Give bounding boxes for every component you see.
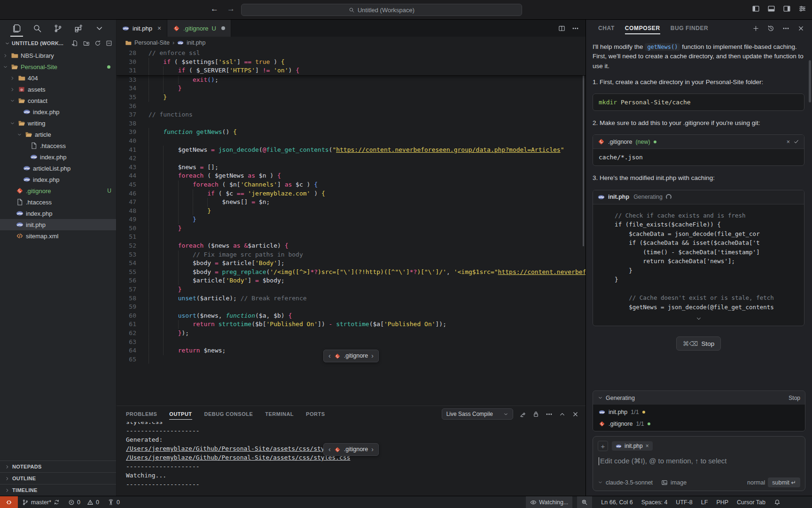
zoom-status[interactable] — [577, 496, 592, 508]
cursor-position[interactable]: Ln 66, Col 6 — [597, 496, 637, 508]
indentation[interactable]: Spaces: 4 — [637, 496, 672, 508]
branch-indicator[interactable]: master* — [18, 496, 64, 508]
ports-indicator[interactable]: 0 — [103, 496, 124, 508]
layout-customize-icon[interactable] — [798, 5, 806, 13]
composer-tab-bug-finder[interactable]: BUG FINDER — [671, 22, 709, 34]
output-channel-select[interactable]: Live Sass Compile — [442, 408, 513, 420]
diff-nav-pill[interactable]: ‹ .gitignore › — [323, 350, 379, 362]
layout-secondary-sidebar-icon[interactable] — [783, 5, 791, 13]
breadcrumb[interactable]: Personal-Site › php init.php — [117, 37, 586, 49]
panel-tab-terminal[interactable]: TERMINAL — [265, 409, 294, 419]
notifications-bell-icon[interactable] — [770, 496, 785, 508]
plus-icon[interactable] — [752, 25, 759, 32]
tree-item-init.php[interactable]: phpinit.php — [0, 219, 116, 230]
tree-item-label: writing — [28, 120, 46, 127]
chat-scrollbar[interactable] — [809, 60, 811, 102]
close-icon[interactable] — [797, 25, 804, 32]
generating-stop-button[interactable]: Stop — [789, 395, 800, 401]
more-icon[interactable] — [546, 411, 553, 418]
context-chip[interactable]: php init.php × — [612, 441, 653, 451]
tree-item-index.php[interactable]: phpindex.php — [0, 151, 116, 163]
tree-item-index.php[interactable]: phpindex.php — [0, 208, 116, 219]
submit-button[interactable]: submit ↵ — [768, 477, 800, 487]
cursor-tab-toggle[interactable]: Cursor Tab — [733, 496, 770, 508]
editor-scrollbar[interactable] — [583, 49, 584, 246]
new-file-icon[interactable] — [72, 40, 78, 47]
expand-chevron-icon[interactable] — [593, 313, 804, 326]
composer-tab-chat[interactable]: CHAT — [598, 22, 615, 34]
composer-textarea[interactable]: Edit code (⌘I), @ to mention, ↑ to selec… — [599, 457, 800, 465]
tree-item-Personal-Site[interactable]: Personal-Site — [0, 61, 116, 72]
remote-indicator[interactable] — [0, 496, 18, 508]
search-icon[interactable] — [32, 22, 43, 35]
panel-tab-output[interactable]: OUTPUT — [169, 409, 192, 419]
accept-check-icon[interactable] — [793, 139, 799, 145]
explorer-icon[interactable] — [11, 22, 22, 35]
new-folder-icon[interactable] — [83, 40, 90, 47]
tree-item-article[interactable]: article — [0, 129, 116, 140]
command-center-search[interactable]: Untitled (Workspace) — [241, 4, 522, 16]
tab-.gitignore[interactable]: .gitignoreU — [167, 20, 231, 37]
collapse-all-icon[interactable] — [106, 40, 112, 47]
refresh-icon[interactable] — [94, 40, 101, 47]
tab-init.php[interactable]: phpinit.php× — [117, 20, 167, 37]
nav-forward-icon[interactable]: → — [227, 4, 235, 14]
language-mode[interactable]: PHP — [712, 496, 733, 508]
extensions-icon[interactable] — [73, 22, 84, 35]
panel-tab-problems[interactable]: PROBLEMS — [126, 409, 157, 419]
close-tab-icon[interactable]: × — [157, 24, 161, 32]
layout-panel-icon[interactable] — [767, 5, 775, 13]
problems-indicator[interactable]: 0 0 — [64, 496, 103, 508]
split-editor-icon[interactable] — [558, 25, 565, 32]
more-views-icon[interactable] — [94, 22, 105, 35]
generating-file-init.php[interactable]: phpinit.php1/1 — [593, 406, 805, 418]
section-notepads[interactable]: NOTEPADS — [0, 461, 116, 472]
image-label[interactable]: image — [671, 479, 687, 486]
tree-item-404[interactable]: 404 — [0, 72, 116, 84]
chevron-down-icon — [3, 64, 8, 70]
reject-icon[interactable]: × — [787, 139, 790, 145]
tree-item-contact[interactable]: contact — [0, 95, 116, 106]
tree-item-index.php[interactable]: phpindex.php — [0, 174, 116, 185]
more-icon[interactable] — [782, 25, 789, 32]
composer-tab-composer[interactable]: COMPOSER — [625, 22, 660, 34]
model-selector[interactable]: claude-3.5-sonnet — [606, 479, 653, 486]
panel-tab-debug-console[interactable]: DEBUG CONSOLE — [204, 409, 253, 419]
chevron-left-icon[interactable]: ‹ — [328, 352, 331, 360]
tree-item-.gitignore[interactable]: .gitignoreU — [0, 185, 116, 196]
tree-item-NBS-Library[interactable]: NBS-Library — [0, 50, 116, 61]
clear-output-icon[interactable] — [519, 411, 526, 418]
history-icon[interactable] — [767, 25, 774, 32]
remove-chip-icon[interactable]: × — [646, 443, 649, 449]
stop-button[interactable]: ⌘⌫ Stop — [676, 336, 721, 351]
chevron-right-icon[interactable]: › — [371, 445, 374, 454]
composer-input[interactable]: + php init.php × Edit code (⌘I), @ to me… — [593, 436, 805, 491]
diff-nav-pill[interactable]: ‹ .gitignore › — [323, 443, 379, 456]
tree-item-assets[interactable]: assets — [0, 84, 116, 95]
close-icon[interactable] — [572, 411, 579, 418]
source-control-icon[interactable] — [53, 22, 63, 35]
tree-item-.htaccess[interactable]: .htaccess — [0, 140, 116, 151]
chevron-up-icon[interactable] — [559, 411, 566, 418]
tree-item-sitemap.xml[interactable]: sitemap.xml — [0, 230, 116, 242]
encoding[interactable]: UTF-8 — [671, 496, 696, 508]
chevron-right-icon[interactable]: › — [371, 352, 374, 360]
more-actions-icon[interactable] — [572, 25, 579, 32]
generating-file-.gitignore[interactable]: .gitignore1/1 — [593, 418, 805, 430]
add-context-button[interactable]: + — [598, 441, 608, 451]
mode-label[interactable]: normal — [747, 479, 765, 486]
panel-tab-ports[interactable]: PORTS — [306, 409, 325, 419]
tree-item-articleList.php[interactable]: phparticleList.php — [0, 163, 116, 174]
code-editor[interactable]: 28// enforce ssl30 if ( $settings['ssl']… — [117, 49, 586, 406]
tree-item-.htaccess[interactable]: .htaccess — [0, 196, 116, 208]
sass-watching-status[interactable]: Watching... — [526, 496, 572, 508]
chevron-left-icon[interactable]: ‹ — [328, 445, 331, 454]
tree-item-index.php[interactable]: phpindex.php — [0, 106, 116, 117]
section-timeline[interactable]: TIMELINE — [0, 484, 116, 496]
lock-icon[interactable] — [532, 411, 539, 418]
nav-back-icon[interactable]: ← — [211, 4, 219, 14]
section-outline[interactable]: OUTLINE — [0, 472, 116, 484]
tree-item-writing[interactable]: writing — [0, 117, 116, 129]
eol[interactable]: LF — [697, 496, 712, 508]
layout-sidebar-icon[interactable] — [752, 5, 760, 13]
